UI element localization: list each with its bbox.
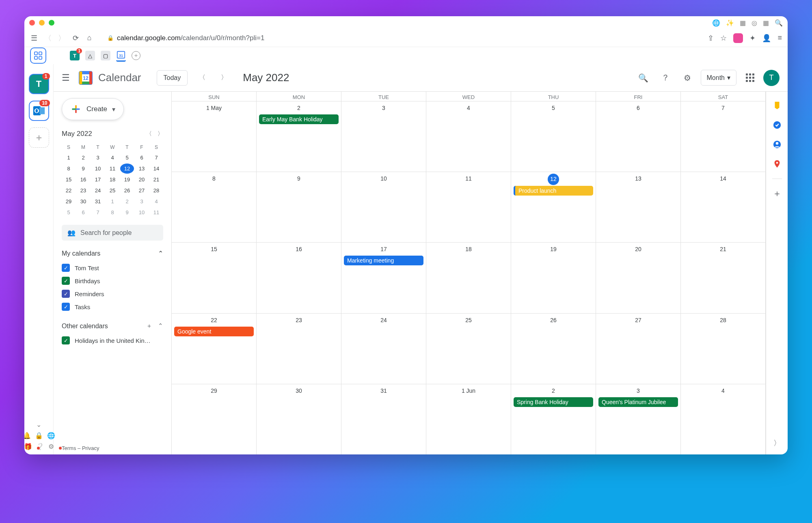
mini-day[interactable]: 2 bbox=[76, 153, 90, 163]
mini-day[interactable]: 27 bbox=[135, 185, 149, 196]
calendar-item[interactable]: ✓Tasks bbox=[62, 300, 163, 313]
bell-icon[interactable]: 🔔 bbox=[24, 432, 31, 439]
mini-day[interactable]: 30 bbox=[76, 196, 90, 207]
panel-icon[interactable]: ▦ bbox=[740, 19, 746, 27]
minimize-window[interactable] bbox=[39, 20, 45, 26]
day-cell[interactable]: 5 bbox=[511, 101, 596, 172]
day-cell[interactable]: 13 bbox=[596, 172, 681, 242]
mini-day[interactable]: 13 bbox=[135, 164, 149, 174]
day-cell[interactable]: 6 bbox=[596, 101, 681, 172]
mini-day[interactable]: 11 bbox=[149, 207, 163, 217]
mini-day[interactable]: 10 bbox=[135, 207, 149, 217]
mini-next[interactable]: 〉 bbox=[158, 130, 163, 138]
tab-calendar[interactable]: 31 bbox=[116, 50, 126, 62]
settings-button[interactable]: ⚙ bbox=[679, 69, 696, 86]
day-cell[interactable]: 24 bbox=[341, 314, 426, 384]
day-cell[interactable]: 8 bbox=[172, 172, 257, 242]
keep-icon[interactable] bbox=[772, 101, 782, 110]
day-cell[interactable]: 29 bbox=[172, 384, 257, 454]
mini-day[interactable]: 10 bbox=[91, 164, 105, 174]
mini-day[interactable]: 22 bbox=[62, 185, 76, 196]
mini-day[interactable]: 9 bbox=[120, 207, 134, 217]
rail-app-1[interactable]: T 1 bbox=[29, 74, 49, 94]
grid-icon[interactable]: ▦ bbox=[763, 19, 769, 27]
day-cell[interactable]: 9 bbox=[257, 172, 341, 242]
tab-3[interactable]: ▢ bbox=[101, 51, 110, 60]
today-button[interactable]: Today bbox=[157, 70, 188, 86]
create-button[interactable]: Create ▾ bbox=[62, 98, 124, 120]
prev-month-button[interactable]: 〈 bbox=[195, 71, 209, 85]
day-cell[interactable]: 20 bbox=[596, 243, 681, 313]
mini-day[interactable]: 21 bbox=[149, 174, 163, 185]
mini-day[interactable]: 6 bbox=[135, 153, 149, 163]
day-cell[interactable]: 15 bbox=[172, 243, 257, 313]
day-cell[interactable]: 19 bbox=[511, 243, 596, 313]
compass-icon[interactable]: ◎ bbox=[752, 19, 757, 27]
event[interactable]: Queen's Platinum Jubilee bbox=[598, 397, 678, 407]
mini-day[interactable]: 20 bbox=[135, 174, 149, 185]
mini-day[interactable]: 11 bbox=[106, 164, 119, 174]
calendar-checkbox[interactable]: ✓ bbox=[62, 336, 70, 344]
mini-day[interactable]: 17 bbox=[91, 174, 105, 185]
mini-day[interactable]: 3 bbox=[91, 153, 105, 163]
event[interactable]: Marketing meeting bbox=[344, 256, 423, 265]
share-icon[interactable]: ⇪ bbox=[708, 34, 714, 43]
other-calendars-toggle[interactable]: Other calendars ＋ ⌃ bbox=[62, 322, 163, 330]
day-cell[interactable]: 12Product launch bbox=[511, 172, 596, 242]
extension-icon[interactable] bbox=[733, 33, 743, 43]
chevron-down-icon[interactable]: ⌄ bbox=[36, 421, 41, 428]
tab-1[interactable]: T1 bbox=[70, 51, 80, 60]
mini-day[interactable]: 5 bbox=[120, 153, 134, 163]
event[interactable]: Google event bbox=[174, 327, 254, 336]
reload-button[interactable]: ⟳ bbox=[71, 34, 80, 43]
my-calendars-toggle[interactable]: My calendars ⌃ bbox=[62, 250, 163, 257]
extensions-icon[interactable]: ✦ bbox=[749, 34, 756, 43]
day-cell[interactable]: 3Queen's Platinum Jubilee bbox=[596, 384, 681, 454]
home-button[interactable]: ⌂ bbox=[85, 34, 93, 42]
search-people[interactable]: 👥 Search for people bbox=[62, 225, 163, 241]
calendar-checkbox[interactable]: ✓ bbox=[62, 277, 70, 285]
day-cell[interactable]: 10 bbox=[341, 172, 426, 242]
day-cell[interactable]: 11 bbox=[426, 172, 511, 242]
terms-link[interactable]: Terms bbox=[62, 445, 76, 451]
mini-day[interactable]: 5 bbox=[62, 207, 76, 217]
calendar-checkbox[interactable]: ✓ bbox=[62, 264, 70, 272]
mini-day[interactable]: 29 bbox=[62, 196, 76, 207]
collapse-panel[interactable]: 〉 bbox=[773, 438, 781, 448]
main-menu-icon[interactable]: ☰ bbox=[62, 73, 70, 83]
globe-icon[interactable]: 🌐 bbox=[712, 19, 720, 27]
mini-day[interactable]: 4 bbox=[149, 196, 163, 207]
new-tab-button[interactable]: ＋ bbox=[132, 51, 140, 60]
calendar-item[interactable]: ✓Reminders bbox=[62, 287, 163, 300]
rail-add-app[interactable]: ＋ bbox=[29, 127, 49, 148]
workspace-toggle[interactable] bbox=[30, 47, 46, 64]
contacts-icon[interactable] bbox=[772, 140, 782, 149]
day-cell[interactable]: 16 bbox=[257, 243, 341, 313]
mini-prev[interactable]: 〈 bbox=[146, 130, 152, 138]
day-cell[interactable]: 27 bbox=[596, 314, 681, 384]
tasks-icon[interactable] bbox=[772, 120, 782, 130]
gift-icon[interactable]: 🎁 bbox=[24, 443, 32, 450]
sidebar-icon[interactable]: ☰ bbox=[30, 34, 38, 43]
help-button[interactable]: ？ bbox=[657, 69, 674, 86]
calendar-item[interactable]: ✓Tom Test bbox=[62, 261, 163, 274]
calendar-item[interactable]: ✓Holidays in the United Kin… bbox=[62, 334, 163, 347]
calendar-checkbox[interactable]: ✓ bbox=[62, 290, 70, 298]
lock-rail-icon[interactable]: 🔒 bbox=[35, 432, 43, 439]
mini-day[interactable]: 6 bbox=[76, 207, 90, 217]
mini-day[interactable]: 2 bbox=[120, 196, 134, 207]
profile-icon[interactable]: 👤 bbox=[762, 34, 771, 43]
day-cell[interactable]: 7 bbox=[681, 101, 766, 172]
search-button[interactable]: 🔍 bbox=[635, 69, 652, 86]
day-cell[interactable]: 31 bbox=[341, 384, 426, 454]
forward-button[interactable]: 〉 bbox=[58, 33, 66, 43]
mini-day[interactable]: 14 bbox=[149, 164, 163, 174]
mini-day[interactable]: 19 bbox=[120, 174, 134, 185]
mini-day[interactable]: 4 bbox=[106, 153, 119, 163]
menu-icon[interactable]: ≡ bbox=[777, 34, 782, 42]
bookmark-icon[interactable]: ☆ bbox=[720, 34, 727, 43]
privacy-link[interactable]: Privacy bbox=[82, 445, 99, 451]
mini-day[interactable]: 25 bbox=[106, 185, 119, 196]
rail-app-outlook[interactable]: 10 bbox=[29, 101, 49, 121]
day-cell[interactable]: 30 bbox=[257, 384, 341, 454]
